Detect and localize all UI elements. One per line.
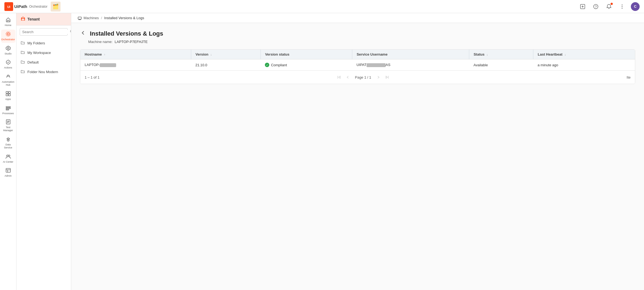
nav-item-apps[interactable]: Apps — [1, 89, 15, 102]
table-row: LAPTOP- 21.10.0 ✓ Compliant — [80, 59, 635, 71]
back-button[interactable] — [80, 30, 87, 38]
admin-icon — [5, 168, 11, 174]
help-button[interactable]: ? — [591, 2, 600, 11]
sidebar-label-folder-nou-modern: Folder Nou Modern — [27, 70, 58, 74]
pagination-first-button[interactable] — [335, 73, 343, 81]
data-service-icon — [5, 136, 11, 143]
nav-label-actions: Actions — [4, 66, 12, 69]
col-hostname[interactable]: Hostname ↑ — [80, 50, 191, 59]
nav-label-orchestrator: Orchestrator — [1, 38, 15, 41]
col-version-status[interactable]: Version status — [261, 50, 352, 59]
nav-item-test-manager[interactable]: Test Manager — [1, 117, 15, 134]
more-menu-button[interactable] — [618, 2, 626, 11]
col-service-username[interactable]: Service Username — [352, 50, 469, 59]
sidebar-item-folder-nou-modern[interactable]: Folder Nou Modern — [16, 67, 71, 77]
logo-icon: UI — [4, 2, 13, 11]
add-button[interactable] — [578, 2, 587, 11]
breadcrumb-machines-link[interactable]: Machines — [78, 16, 99, 20]
sidebar-item-my-workspace[interactable]: My Workspace — [16, 48, 71, 58]
svg-text:?: ? — [595, 5, 597, 9]
breadcrumb: Machines / Installed Versions & Logs — [71, 13, 644, 23]
machine-name-value: LAPTOP-P7EFHJTE — [115, 40, 148, 44]
nav-item-actions[interactable]: Actions — [1, 58, 15, 71]
page-content: Installed Versions & Logs Machine name: … — [71, 23, 644, 290]
pagination-last-button[interactable] — [383, 73, 391, 81]
last-heartbeat-sort-icon: ↓ — [565, 53, 566, 56]
pagination-prev-button[interactable] — [344, 73, 352, 81]
sidebar-item-my-folders[interactable]: My Folders — [16, 38, 71, 48]
svg-rect-16 — [6, 94, 8, 96]
search-box[interactable] — [20, 28, 68, 36]
cell-status: Available — [469, 59, 533, 71]
pagination-next-button[interactable] — [374, 73, 382, 81]
orchestrator-icon — [5, 31, 11, 38]
nav-label-apps: Apps — [5, 98, 11, 101]
svg-point-25 — [7, 155, 8, 157]
nav-label-home: Home — [5, 24, 11, 27]
avatar[interactable]: C — [631, 2, 640, 11]
svg-rect-19 — [6, 108, 10, 109]
col-status[interactable]: Status ↓ — [469, 50, 533, 59]
folder-icon-my-folders — [21, 41, 25, 45]
col-last-heartbeat[interactable]: Last Heartbeat ↓ — [533, 50, 635, 59]
cell-version-status: ✓ Compliant — [261, 59, 352, 71]
svg-point-9 — [622, 8, 623, 8]
svg-rect-20 — [6, 109, 9, 110]
header-left: UI UiPath Orchestrator 🗂️ — [4, 2, 61, 12]
processes-icon — [5, 105, 11, 111]
nav-item-ai-center[interactable]: AI Center — [1, 152, 15, 165]
svg-point-13 — [7, 47, 9, 49]
tenant-icon — [21, 16, 25, 22]
tenant-label: Tenant — [27, 17, 40, 21]
svg-rect-17 — [8, 94, 10, 96]
nav-item-automation-hub[interactable]: Automation Hub — [1, 72, 15, 88]
svg-rect-27 — [6, 168, 10, 172]
status-sort-icon: ↓ — [486, 53, 488, 56]
nav-item-home[interactable]: Home — [1, 15, 15, 28]
nav-label-data-service: Data Service — [2, 143, 14, 149]
main-layout: Home Orchestrator Studio — [0, 13, 644, 290]
sidebar-label-my-folders: My Folders — [27, 41, 45, 45]
items-per-page-label: Ite — [627, 75, 631, 79]
studio-icon — [5, 45, 11, 52]
ai-center-icon — [5, 154, 11, 160]
bell-button[interactable] — [605, 2, 613, 11]
pagination-row: 1 – 1 of 1 Pag — [80, 70, 635, 84]
svg-point-7 — [622, 4, 623, 5]
sidebar-tenant[interactable]: Tenant — [16, 13, 71, 25]
home-icon — [5, 17, 11, 23]
search-input[interactable] — [22, 30, 68, 34]
nav-item-data-service[interactable]: Data Service — [1, 135, 15, 151]
status-compliant: ✓ Compliant — [265, 63, 348, 67]
header-right: ? C — [578, 2, 640, 11]
data-table: Hostname ↑ Version ↓ Version status — [80, 50, 635, 70]
folder-icon-my-workspace — [21, 50, 25, 55]
table-container: Hostname ↑ Version ↓ Version status — [80, 49, 635, 84]
breadcrumb-current: Installed Versions & Logs — [104, 16, 144, 20]
cell-service-username: UIPAT AS — [352, 59, 469, 71]
nav-label-test-manager: Test Manager — [2, 126, 14, 132]
automation-hub-icon — [5, 74, 11, 80]
nav-label-automation-hub: Automation Hub — [2, 81, 15, 87]
top-header: UI UiPath Orchestrator 🗂️ ? — [0, 0, 644, 13]
version-sort-icon: ↓ — [210, 53, 212, 56]
svg-text:UI: UI — [7, 5, 10, 8]
svg-point-10 — [7, 33, 9, 35]
sidebar-label-default: Default — [27, 60, 39, 64]
pagination-summary: 1 – 1 of 1 — [85, 75, 99, 79]
sidebar-item-default[interactable]: Default — [16, 58, 71, 67]
svg-rect-15 — [8, 91, 10, 93]
col-version[interactable]: Version ↓ — [191, 50, 261, 59]
svg-point-8 — [622, 6, 623, 7]
nav-item-studio[interactable]: Studio — [1, 44, 15, 57]
machine-name-label: Machine name: LAPTOP-P7EFHJTE — [88, 40, 635, 44]
nav-item-processes[interactable]: Processes — [1, 104, 15, 117]
nav-label-admin: Admin — [5, 174, 12, 177]
nav-item-admin[interactable]: Admin — [1, 166, 15, 179]
nav-label-ai-center: AI Center — [3, 160, 13, 163]
test-manager-icon — [5, 119, 11, 125]
sidebar: Tenant My Folders — [16, 13, 71, 290]
notification-bell[interactable] — [605, 2, 613, 11]
nav-item-orchestrator[interactable]: Orchestrator — [1, 30, 15, 43]
pagination-page-info: Page 1 / 1 — [355, 75, 371, 79]
